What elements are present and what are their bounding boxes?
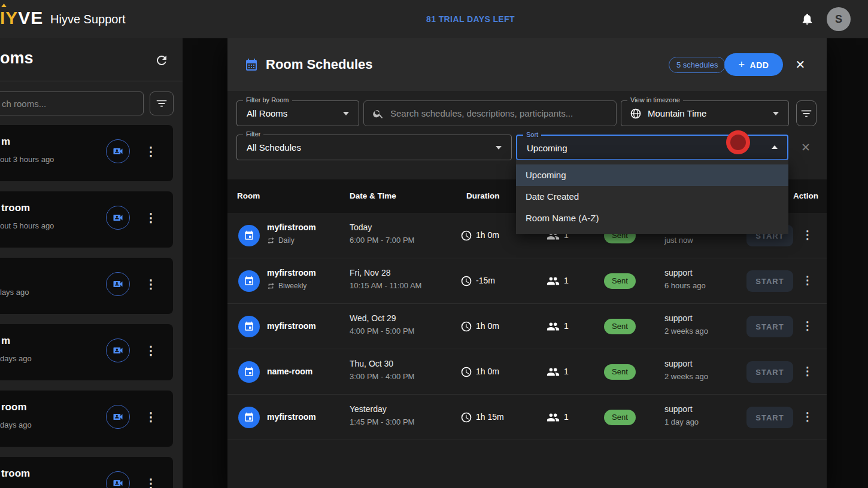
- repeat-icon: [267, 282, 275, 290]
- schedule-search-input[interactable]: [364, 101, 616, 126]
- recurrence: Biweekly: [267, 282, 306, 290]
- schedule-room-name: myfirstroom: [267, 321, 316, 331]
- more-vert-icon[interactable]: ⋮: [145, 142, 157, 161]
- schedule-duration: -15m: [476, 276, 495, 285]
- more-vert-icon[interactable]: ⋮: [145, 407, 157, 426]
- schedule-time: 1:45 PM - 3:00 PM: [350, 417, 414, 426]
- sort-option-room-name[interactable]: Room Name (A-Z): [516, 208, 788, 229]
- room-card[interactable]: room days ago ⋮: [0, 391, 173, 447]
- room-name: m: [1, 335, 10, 347]
- schedule-date: Today: [350, 222, 372, 232]
- sort-option-upcoming[interactable]: Upcoming: [516, 164, 788, 186]
- start-button[interactable]: START: [746, 316, 793, 337]
- participants-count: 1: [564, 367, 569, 376]
- row-more-vert-icon[interactable]: ⋮: [801, 408, 814, 426]
- room-meta: out 3 hours ago: [0, 155, 54, 164]
- row-more-vert-icon[interactable]: ⋮: [801, 226, 814, 244]
- video-call-icon[interactable]: [106, 206, 130, 230]
- room-meta: out 5 hours ago: [0, 221, 54, 230]
- row-more-vert-icon[interactable]: ⋮: [801, 272, 814, 289]
- participants-count: 1: [564, 412, 569, 422]
- schedule-filter-value: All Schedules: [247, 135, 301, 160]
- schedule-time: 4:00 PM - 5:00 PM: [350, 327, 414, 336]
- schedule-filter-select[interactable]: Filter All Schedules: [236, 135, 512, 160]
- schedule-duration: 1h 0m: [476, 321, 499, 331]
- recurrence: Daily: [267, 236, 295, 245]
- start-button[interactable]: START: [746, 407, 793, 428]
- room-name: troom: [1, 468, 30, 480]
- add-schedule-button[interactable]: +ADD: [724, 53, 783, 76]
- click-annotation-ring: [726, 130, 750, 154]
- clear-sort-icon[interactable]: ✕: [795, 136, 817, 158]
- schedule-date: Yesterday: [350, 404, 387, 414]
- col-datetime: Date & Time: [350, 179, 396, 213]
- sort-dropdown-menu: Upcoming Date Created Room Name (A-Z): [516, 160, 788, 234]
- video-call-icon[interactable]: [106, 471, 130, 488]
- start-button[interactable]: START: [746, 361, 793, 383]
- timezone-select[interactable]: View in timezone Mountain Time: [621, 100, 789, 126]
- more-vert-icon[interactable]: ⋮: [145, 341, 157, 360]
- video-call-icon[interactable]: [106, 338, 130, 362]
- created-by: support: [664, 313, 693, 323]
- schedule-time: 10:15 AM - 11:00 AM: [350, 281, 421, 290]
- room-meta: lays ago: [0, 288, 29, 297]
- created-ago: 6 hours ago: [664, 281, 706, 290]
- schedule-duration: 1h 0m: [476, 230, 499, 240]
- created-by: support: [664, 268, 693, 277]
- start-button[interactable]: START: [746, 270, 793, 292]
- schedule-time: 6:00 PM - 7:00 PM: [350, 236, 414, 245]
- schedule-calendar-icon: [238, 407, 260, 428]
- schedule-room-name: myfirstroom: [267, 412, 316, 422]
- sort-value: Upcoming: [527, 136, 567, 160]
- row-more-vert-icon[interactable]: ⋮: [801, 362, 814, 380]
- room-card[interactable]: m out 3 hours ago ⋮: [0, 125, 173, 181]
- more-vert-icon[interactable]: ⋮: [145, 274, 157, 294]
- schedule-date: Wed, Oct 29: [350, 313, 396, 323]
- status-badge: Sent: [604, 319, 636, 334]
- more-vert-icon[interactable]: ⋮: [145, 208, 157, 227]
- room-card[interactable]: lays ago ⋮: [0, 258, 173, 314]
- schedule-duration: 1h 0m: [476, 367, 499, 376]
- created-by: support: [664, 359, 693, 368]
- avatar[interactable]: S: [827, 7, 851, 31]
- schedule-room-name: myfirstroom: [267, 268, 316, 277]
- room-card[interactable]: troom ⋮: [0, 457, 173, 488]
- schedule-calendar-icon: [238, 225, 260, 246]
- room-card[interactable]: m days ago ⋮: [0, 324, 173, 380]
- table-row: myfirstroom Biweekly Fri, Nov 28 10:15 A…: [227, 258, 827, 304]
- chevron-up-icon: [772, 145, 778, 149]
- room-meta: days ago: [0, 420, 32, 429]
- repeat-icon: [267, 237, 275, 245]
- col-room: Room: [237, 179, 260, 213]
- clock-icon: [460, 275, 472, 289]
- logo-accent: IY: [0, 8, 18, 28]
- search-rooms-input[interactable]: [0, 92, 144, 115]
- filter-by-room-select[interactable]: Filter by Room All Rooms: [236, 100, 359, 126]
- notifications-bell-icon[interactable]: [799, 11, 815, 28]
- schedule-date: Thu, Oct 30: [350, 359, 393, 368]
- video-call-icon[interactable]: [106, 405, 130, 429]
- close-icon[interactable]: ✕: [791, 56, 809, 74]
- chevron-down-icon: [496, 146, 502, 150]
- trial-days-banner[interactable]: 81 TRIAL DAYS LEFT: [426, 0, 515, 38]
- modal-header: Room Schedules 5 schedules +ADD ✕: [227, 38, 827, 91]
- schedules-filter-icon[interactable]: [796, 100, 817, 126]
- chevron-down-icon: [343, 112, 349, 115]
- room-name: m: [1, 136, 10, 148]
- more-vert-icon[interactable]: ⋮: [145, 474, 157, 488]
- room-name: room: [1, 401, 27, 413]
- schedule-duration: 1h 15m: [476, 412, 504, 422]
- sidebar-title: oms: [0, 49, 34, 68]
- table-row: myfirstroom Wed, Oct 29 4:00 PM - 5:00 P…: [227, 304, 827, 349]
- status-badge: Sent: [604, 364, 636, 380]
- participants-icon: [547, 365, 560, 381]
- schedule-search-box[interactable]: [363, 100, 617, 126]
- video-call-icon[interactable]: [106, 272, 130, 296]
- logo-rest: VE: [18, 8, 43, 28]
- video-call-icon[interactable]: [106, 139, 130, 163]
- sort-option-date-created[interactable]: Date Created: [516, 186, 788, 208]
- room-card[interactable]: troom out 5 hours ago ⋮: [0, 191, 173, 248]
- row-more-vert-icon[interactable]: ⋮: [801, 317, 814, 335]
- rooms-filter-icon[interactable]: [150, 92, 174, 115]
- refresh-icon[interactable]: [153, 53, 170, 69]
